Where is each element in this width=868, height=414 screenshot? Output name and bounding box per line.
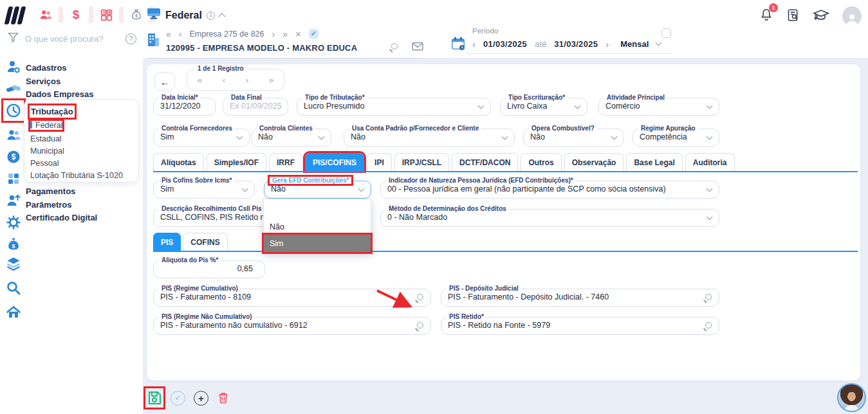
dollar-circle-icon[interactable]: $: [6, 149, 21, 165]
person-up-icon[interactable]: [6, 193, 21, 208]
field-pis-retido[interactable]: PIS Retido* PIS - Retido na Fonte - 5979: [441, 317, 719, 335]
tab-ipi[interactable]: IPI: [367, 153, 392, 171]
field-controla-clientes[interactable]: Controla Clientes Não: [251, 129, 331, 147]
sidebar-item-parametros[interactable]: Parâmetros: [26, 200, 72, 210]
submenu-item-lotacao[interactable]: Lotação Tributária S-1020: [30, 171, 123, 180]
chevron-down-icon[interactable]: [656, 40, 662, 46]
first-record-button[interactable]: «: [198, 75, 202, 85]
search-input[interactable]: O que você procura?: [25, 34, 119, 44]
sidebar-item-tributacao[interactable]: Tributação: [31, 107, 73, 116]
sidebar-item-dados-empresas[interactable]: Dados Empresas: [26, 89, 94, 99]
user-avatar[interactable]: [842, 6, 862, 26]
tab-base-legal[interactable]: Base Legal: [626, 153, 682, 171]
dollar-quick-icon[interactable]: $: [68, 6, 84, 23]
sidebar-item-cadastros[interactable]: Cadastros: [26, 63, 67, 73]
field-data-inicial[interactable]: Data Inicial* 31/12/2020: [153, 98, 216, 116]
field-tipo-tributacao[interactable]: Tipo de Tributação* Lucro Presumido: [297, 98, 491, 116]
tab-auditoria[interactable]: Auditoria: [685, 153, 735, 171]
tab-outros[interactable]: Outros: [521, 153, 561, 171]
dropdown-option-blank[interactable]: [264, 199, 371, 219]
submenu-item-federal[interactable]: Federal: [30, 121, 62, 130]
tab-observacao[interactable]: Observação: [564, 153, 624, 171]
lookup-search-icon[interactable]: [417, 322, 423, 328]
mail-icon[interactable]: [412, 42, 423, 53]
field-usa-conta-padrao[interactable]: Usa Conta Padrão p/Fornecedor e Cliente …: [344, 129, 515, 147]
field-controla-fornecedores[interactable]: Controla Fornecedores Sim: [153, 129, 250, 147]
clear-company-button[interactable]: ×: [295, 28, 301, 39]
people-quick-icon[interactable]: [37, 6, 54, 23]
calculator-grid-icon[interactable]: [6, 171, 21, 186]
next-record-button[interactable]: ›: [246, 75, 248, 85]
back-button[interactable]: ←: [154, 72, 175, 91]
calculator-quick-icon[interactable]: [98, 6, 115, 23]
search-icon[interactable]: [6, 280, 21, 296]
home-icon[interactable]: [6, 305, 21, 320]
first-company-button[interactable]: «: [166, 29, 171, 39]
person-gear-icon[interactable]: [6, 59, 21, 75]
tab-pis-cofins[interactable]: PIS/COFINS: [305, 153, 364, 171]
tab-simples-iof[interactable]: Simples/IOF: [207, 153, 266, 171]
save-button[interactable]: [147, 390, 162, 406]
sidebar-item-certificado[interactable]: Certificado Digital: [26, 213, 97, 222]
last-company-button[interactable]: »: [282, 29, 288, 39]
assistant-avatar[interactable]: [837, 383, 866, 412]
field-pis-regime-nao-cumulativo[interactable]: PIS (Regime Não Cumulativo) PIS - Fatura…: [153, 317, 431, 335]
field-pis-cofins-sobre-icms[interactable]: Pis Cofins Sobre Icms* Sim: [153, 181, 255, 199]
field-metodo-creditos[interactable]: Método de Determinação dos Créditos 0 - …: [380, 209, 719, 227]
prev-record-button[interactable]: ‹: [223, 75, 225, 85]
next-company-button[interactable]: ›: [272, 29, 275, 39]
submenu-item-pessoal[interactable]: Pessoal: [30, 159, 59, 168]
dropdown-option-sim[interactable]: Sim: [264, 235, 371, 252]
field-data-final[interactable]: Data Final Ex 01/09/2025: [223, 98, 288, 116]
app-logo[interactable]: [6, 6, 28, 24]
graduation-cap-icon[interactable]: [813, 8, 829, 24]
last-record-button[interactable]: »: [269, 75, 273, 85]
prev-period-button[interactable]: ‹: [472, 39, 476, 50]
document-search-icon[interactable]: [786, 8, 800, 25]
company-checkbox[interactable]: ✓: [309, 29, 319, 39]
tab-irpj-csll[interactable]: IRPJ/CSLL: [394, 153, 449, 171]
people-icon[interactable]: [6, 127, 21, 143]
period-mode[interactable]: Mensal: [620, 39, 649, 49]
dropdown-option-nao[interactable]: Não: [264, 219, 371, 235]
field-pis-deposito-judicial[interactable]: PIS - Depósito Judicial PIS - Faturament…: [441, 289, 719, 307]
submenu-item-estadual[interactable]: Estadual: [30, 134, 62, 143]
moneybag-quick-icon[interactable]: $: [128, 6, 145, 23]
field-tipo-escrituracao[interactable]: Tipo Escrituração* Livro Caixa: [500, 98, 587, 116]
moneybag-icon[interactable]: $: [6, 237, 21, 252]
period-start-date[interactable]: 01/03/2025: [483, 39, 527, 49]
period-end-date[interactable]: 31/03/2025: [554, 39, 598, 49]
field-regime-apuracao[interactable]: Regime Apuração Competência: [633, 129, 719, 147]
layers-icon[interactable]: [6, 256, 21, 271]
field-aliquota-pis[interactable]: Aliquota do Pis %* 0,65: [153, 260, 265, 278]
subtab-pis[interactable]: PIS: [153, 233, 181, 251]
company-search-icon[interactable]: [391, 43, 398, 50]
help-icon[interactable]: ?: [125, 33, 136, 44]
delete-button[interactable]: [217, 390, 230, 406]
lookup-search-icon[interactable]: [705, 294, 712, 300]
info-icon[interactable]: i: [207, 12, 215, 20]
period-checkbox[interactable]: [661, 28, 671, 38]
tab-aliquotas[interactable]: Alíquotas: [153, 153, 204, 171]
tab-irrf[interactable]: IRRF: [269, 153, 302, 171]
subtab-cofins[interactable]: COFINS: [183, 233, 227, 251]
notifications-bell-icon[interactable]: 1: [759, 7, 773, 25]
add-record-button[interactable]: +: [194, 391, 208, 406]
field-opera-combustivel[interactable]: Opera Combustível? Não: [523, 129, 624, 147]
global-search[interactable]: O que você procura? ?: [8, 32, 136, 45]
sidebar-item-servicos[interactable]: Serviços: [26, 76, 60, 86]
next-period-button[interactable]: ›: [605, 39, 609, 50]
clock-icon[interactable]: [6, 103, 21, 118]
field-gera-efd-contribuicoes[interactable]: Gera EFD Contribuições* Não: [264, 181, 371, 199]
filter-icon[interactable]: [8, 32, 19, 45]
confirm-button[interactable]: ✓: [171, 391, 185, 406]
chevron-up-icon[interactable]: [218, 13, 225, 20]
prev-company-button[interactable]: ‹: [179, 29, 182, 39]
lookup-search-icon[interactable]: [705, 322, 712, 328]
tab-dctf-dacon[interactable]: DCTF/DACON: [452, 153, 518, 171]
field-atividade-principal[interactable]: Atividade Principal Comércio: [598, 98, 719, 116]
handshake-icon[interactable]: [6, 81, 21, 96]
gear-icon[interactable]: [6, 215, 21, 230]
submenu-item-municipal[interactable]: Municipal: [30, 147, 64, 156]
sidebar-item-pagamentos[interactable]: Pagamentos: [26, 186, 75, 196]
